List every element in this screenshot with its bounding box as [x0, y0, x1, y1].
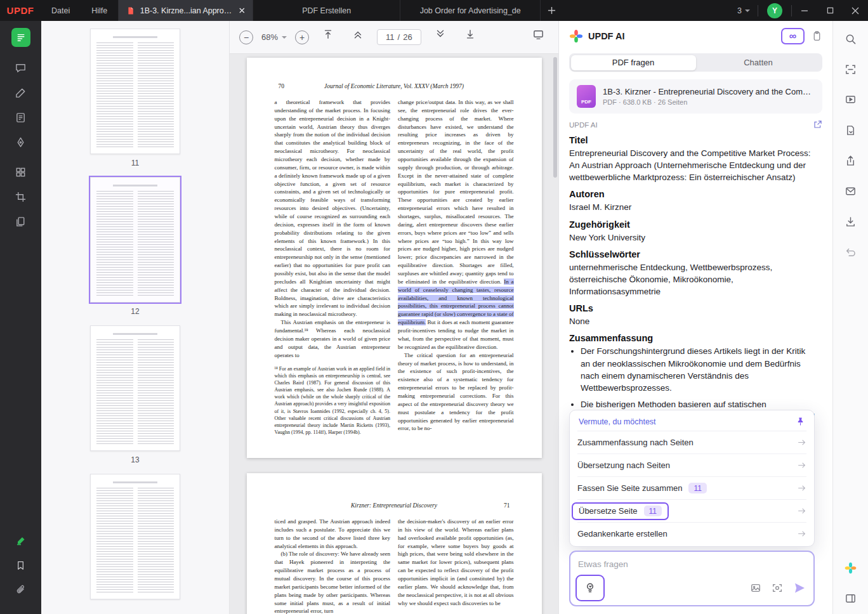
save-button[interactable] — [840, 212, 862, 231]
tab-pdf-fragen[interactable]: PDF fragen — [571, 55, 696, 70]
minimize-icon — [801, 7, 808, 15]
thumbnail-page-14[interactable] — [90, 474, 180, 599]
clipboard-icon — [812, 30, 822, 41]
maximize-icon — [827, 7, 834, 14]
page-number-input[interactable]: 11 / 26 — [377, 29, 421, 45]
page-scroll-area[interactable]: 70 Journal of Economic Literature, Vol. … — [230, 54, 558, 614]
ocr-button[interactable] — [840, 60, 862, 79]
reader-mode-button[interactable] — [11, 28, 30, 47]
zoom-level-dropdown[interactable]: 68% — [261, 32, 287, 42]
share-button[interactable] — [840, 151, 862, 170]
paperclip-icon — [15, 584, 27, 596]
edit-tool-button[interactable] — [10, 83, 32, 102]
minimize-button[interactable] — [792, 0, 817, 21]
highlighter-tool-button[interactable] — [10, 531, 32, 550]
undo-button[interactable] — [840, 242, 862, 261]
thumbnail-page-12[interactable]: 12 — [90, 177, 180, 316]
pdf-file-icon — [126, 6, 135, 15]
bookmark-tool-button[interactable] — [10, 556, 32, 575]
field-label: Titel — [569, 135, 816, 145]
convert-button[interactable] — [840, 121, 862, 140]
next-section-button[interactable] — [430, 25, 451, 44]
pdf-viewer: − 68% + 11 / 26 — [230, 21, 558, 614]
screenshot-button[interactable] — [772, 582, 783, 594]
chevron-down-icon — [282, 36, 287, 39]
tab-document-kirzner[interactable]: 1B-3. Kirzne...ian Approach — [118, 0, 253, 21]
annotation-highlight-box: Übersetze Seite 11 — [572, 502, 669, 520]
highlighter-icon — [15, 534, 27, 547]
crop-tool-button[interactable] — [10, 187, 32, 206]
arrow-to-top-icon — [322, 29, 334, 40]
extract-pages-button[interactable] — [10, 212, 32, 231]
zoom-in-button[interactable]: + — [295, 30, 309, 44]
app-logo: UPDF — [0, 5, 41, 16]
ai-assistant-button[interactable] — [840, 558, 862, 577]
vertical-scrollbar[interactable] — [553, 57, 557, 178]
menu-hilfe[interactable]: Hilfe — [81, 0, 118, 21]
presentation-mode-button[interactable] — [527, 25, 549, 44]
menu-datei[interactable]: Datei — [41, 0, 81, 21]
zoom-out-button[interactable]: − — [239, 30, 253, 44]
tab-count-dropdown[interactable]: 3 — [730, 6, 758, 15]
lightbulb-icon — [584, 582, 596, 594]
updf-ai-panel: UPDF AI ∞ PDF fragen Chatten PDF 1B-3. K… — [558, 21, 832, 614]
arrow-right-icon — [797, 483, 806, 493]
thumbnail-page-11[interactable]: 11 — [90, 29, 180, 167]
scroll-to-bottom-button[interactable] — [459, 25, 481, 44]
ai-panel-title: UPDF AI — [588, 31, 624, 41]
slideshow-button[interactable] — [840, 90, 862, 109]
arrow-right-icon — [797, 461, 806, 470]
attachment-tool-button[interactable] — [10, 580, 32, 599]
pin-icon[interactable] — [796, 417, 805, 426]
right-toolbar — [832, 21, 868, 614]
tab-job-order[interactable]: Job Order for Advertising_de — [400, 0, 541, 21]
comment-icon — [15, 62, 27, 74]
edit-pencil-icon — [15, 87, 27, 99]
search-button[interactable] — [840, 29, 862, 48]
file-meta: PDF · 638.0 KB · 26 Seiten — [603, 98, 815, 106]
summary-label: Zusammenfassung — [569, 333, 816, 343]
reader-icon — [16, 32, 26, 42]
tab-chatten[interactable]: Chatten — [696, 55, 821, 70]
send-icon — [793, 582, 806, 594]
maximize-button[interactable] — [817, 0, 843, 21]
thumbnail-page-13[interactable]: 13 — [90, 325, 180, 464]
suggestion-summary-by-pages[interactable]: Zusammenfassung nach Seiten — [577, 431, 806, 454]
comment-tool-button[interactable] — [10, 58, 32, 77]
new-tab-button[interactable] — [541, 0, 562, 21]
mail-button[interactable] — [840, 181, 862, 200]
right-column: change price/output data. In this way, a… — [398, 98, 514, 436]
organize-pages-button[interactable] — [10, 162, 32, 181]
summary-bullet: Der Forschungshintergrund dieses Artikel… — [581, 345, 816, 394]
page-number: 71 — [504, 502, 510, 509]
copy-button[interactable] — [812, 30, 822, 41]
tab-pdf-erstellen[interactable]: PDF Erstellen — [253, 0, 400, 21]
suggestion-summarize-page[interactable]: Fassen Sie Seite zusammen 11 — [577, 476, 806, 499]
open-external-button[interactable] — [813, 120, 822, 129]
file-card[interactable]: PDF 1B-3. Kirzner - Entrepreneurial Disc… — [569, 79, 822, 114]
prompt-ideas-button[interactable] — [575, 575, 605, 601]
attach-image-button[interactable] — [750, 582, 761, 594]
close-window-button[interactable] — [843, 0, 868, 21]
scroll-to-top-button[interactable] — [317, 25, 339, 44]
collapse-panel-button[interactable] — [840, 589, 862, 608]
ocr-icon — [845, 63, 857, 75]
thumbnail-panel: 11 12 13 — [41, 21, 230, 614]
close-tab-icon[interactable] — [239, 7, 246, 14]
suggestion-header: Vermute, du möchtest — [579, 417, 656, 426]
viewer-toolbar: − 68% + 11 / 26 — [230, 21, 558, 54]
suggestion-mindmap[interactable]: Gedankenkarte erstellen — [577, 522, 806, 545]
chevrons-up-icon — [352, 29, 364, 40]
sign-tool-button[interactable] — [10, 133, 32, 152]
previous-section-button[interactable] — [347, 25, 369, 44]
form-tool-button[interactable] — [10, 108, 32, 127]
suggestion-translate-page[interactable]: Übersetze Seite 11 — [577, 499, 806, 522]
unlimited-mode-toggle[interactable]: ∞ — [781, 28, 805, 44]
send-button[interactable] — [793, 582, 806, 594]
user-avatar[interactable]: Y — [767, 3, 782, 18]
ask-input[interactable] — [578, 559, 806, 569]
mail-icon — [845, 185, 857, 197]
suggestion-translation-by-pages[interactable]: Übersetzung nach Seiten — [577, 454, 806, 476]
plus-icon — [548, 6, 556, 15]
left-column: ticed and grasped. The Austrian approach… — [275, 518, 391, 614]
